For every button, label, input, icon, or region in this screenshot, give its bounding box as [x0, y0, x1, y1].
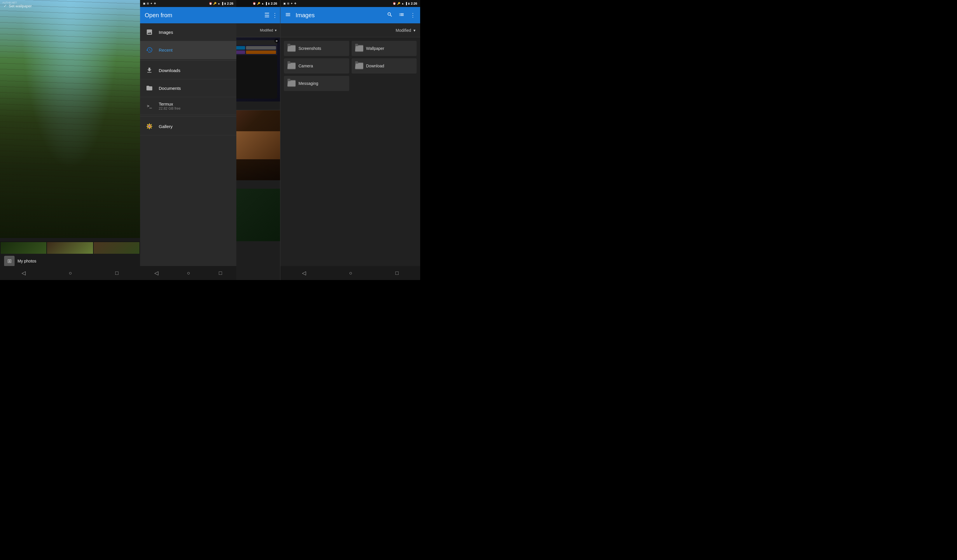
documents-icon [145, 84, 154, 93]
set-wallpaper-button[interactable]: ✓ Set wallpaper [3, 3, 32, 8]
folder-download-label: Download [366, 63, 384, 68]
drawer-item-downloads[interactable]: Downloads [140, 62, 236, 79]
gallery-label: Gallery [159, 124, 173, 129]
status-bar-2: ▣ ⊞ ✦ ❖ ⏰ 🔑 ▲ ▐ ▮ 2:26 [140, 0, 236, 7]
my-photos-label: My photos [17, 259, 36, 263]
status-time-preview: 2:26 [271, 2, 277, 5]
home-button-3[interactable]: ○ [342, 268, 360, 279]
key-icon-2: 🔑 [213, 2, 216, 5]
signal-icon-3: ▐ [405, 2, 407, 5]
back-button-2[interactable]: ◁ [147, 267, 166, 279]
overflow-icon: ⊕ [276, 39, 278, 42]
drawer-item-termux[interactable]: >_ Termux 22.82 GB free [140, 97, 236, 115]
signal-icon-2: ▐ [221, 2, 223, 5]
documents-item-text: Documents [159, 86, 181, 91]
drawer-item-recent[interactable]: Recent [140, 41, 236, 59]
recent-button-2[interactable]: □ [212, 268, 229, 279]
folder-screenshots[interactable]: Screenshots [284, 41, 349, 56]
battery-icon-3: ▮ [408, 2, 410, 5]
status-icons-left: ▣ ⊞ ✦ ❖ [143, 2, 156, 5]
folder-messaging[interactable]: Messaging [284, 76, 349, 91]
app-icon-6: ❖ [294, 2, 297, 5]
sort-label-preview[interactable]: Modified [260, 28, 273, 32]
back-button-3[interactable]: ◁ [295, 267, 313, 279]
folder-wallpaper-label: Wallpaper [366, 46, 385, 51]
folder-wallpaper[interactable]: Wallpaper [352, 41, 417, 56]
key-icon-3: 🔑 [397, 2, 400, 5]
folder-icon-messaging [287, 80, 295, 87]
nav-bar-1: ◁ ○ □ [0, 266, 140, 280]
battery-icon: ▮ [268, 2, 270, 5]
open-from-title: Open from [145, 12, 172, 19]
folder-messaging-label: Messaging [298, 81, 318, 86]
wifi-icon-2: ▲ [218, 2, 220, 5]
recent-button-3[interactable]: □ [388, 268, 406, 279]
alarm-icon: ⏰ [253, 2, 256, 5]
sim-icon-3: ▣ [283, 2, 286, 5]
alarm-icon-3: ⏰ [393, 2, 396, 5]
sort-chevron-preview[interactable]: ▾ [275, 28, 276, 32]
folder-download[interactable]: Download [352, 58, 417, 74]
photo-icon-symbol: ⊞ [7, 258, 12, 264]
termux-sublabel: 22.82 GB free [159, 106, 181, 110]
nav-bar-3: ◁ ○ □ [280, 266, 420, 280]
folder-camera[interactable]: Camera [284, 58, 349, 74]
my-photos-container[interactable]: ⊞ My photos [4, 256, 36, 266]
nav-bar-2: ◁ ○ □ [140, 266, 236, 280]
wifi-icon-3: ▲ [401, 2, 404, 5]
search-button[interactable] [385, 9, 395, 21]
sort-label-3[interactable]: Modified [396, 28, 411, 33]
drawer-item-gallery[interactable]: Gallery [140, 118, 236, 135]
folder-camera-label: Camera [298, 63, 313, 68]
more-options-button[interactable]: ⋮ [408, 9, 418, 21]
img-icon-3: ⊞ [287, 2, 289, 5]
images-panel: ▣ ⊞ ✦ ❖ ⏰ 🔑 ▲ ▐ ▮ 2:26 Images [280, 0, 420, 280]
drawer-item-documents[interactable]: Documents [140, 79, 236, 97]
recent-item-text: Recent [159, 47, 173, 52]
status-time-2: 2:26 [227, 2, 234, 5]
downloads-icon [145, 66, 154, 75]
app-icon-5: ✦ [291, 2, 293, 5]
recent-label: Recent [159, 47, 173, 52]
sort-chevron-3[interactable]: ▾ [414, 28, 415, 33]
sort-bar-3: Modified ▾ [280, 23, 420, 37]
hamburger-icon[interactable] [283, 9, 293, 21]
drawer-divider-1 [140, 60, 236, 60]
images-title: Images [295, 12, 382, 19]
images-item-text: Images [159, 30, 173, 35]
grid-view-icon[interactable]: ☰ [264, 12, 270, 19]
header-actions: ⋮ [385, 9, 418, 21]
more-options-icon-preview[interactable]: ⋮ [272, 12, 278, 19]
recent-button-1[interactable]: □ [108, 268, 125, 279]
wallpaper-background [0, 0, 140, 238]
checkmark-icon: ✓ [3, 3, 7, 8]
svg-point-1 [148, 125, 150, 127]
set-wallpaper-label: Set wallpaper [9, 4, 32, 8]
folder-icon-download [355, 62, 363, 69]
alarm-icon-2: ⏰ [209, 2, 212, 5]
images-label: Images [159, 30, 173, 35]
app-8 [246, 50, 276, 54]
wallpaper-panel: AUTAB.NET ✓ Set wallpaper ⊞ My photos ◁ … [0, 0, 140, 280]
drawer-divider-2 [140, 116, 236, 117]
downloads-item-text: Downloads [159, 68, 180, 73]
wifi-icon: ▲ [261, 2, 264, 5]
gallery-item-text: Gallery [159, 124, 173, 129]
app-icon-3: ✦ [150, 2, 153, 5]
back-button-1[interactable]: ◁ [14, 267, 33, 279]
drawer-item-images[interactable]: Images [140, 23, 236, 41]
signal-icon: ▐ [265, 2, 267, 5]
photos-icon: ⊞ [4, 256, 14, 266]
images-header: Images ⋮ [280, 7, 420, 23]
home-button-2[interactable]: ○ [180, 268, 197, 279]
app-icon-4: ❖ [154, 2, 156, 5]
open-from-header: Open from [140, 7, 236, 23]
termux-item-text: Termux 22.82 GB free [159, 101, 181, 110]
key-icon: 🔑 [257, 2, 260, 5]
tree-overlay [0, 0, 140, 238]
status-icons-right-preview: ⏰ 🔑 ▲ ▐ ▮ 2:26 [253, 2, 277, 5]
app-4 [246, 46, 276, 50]
home-button-1[interactable]: ○ [62, 268, 79, 279]
list-view-button[interactable] [396, 9, 407, 21]
recent-icon [145, 45, 154, 55]
